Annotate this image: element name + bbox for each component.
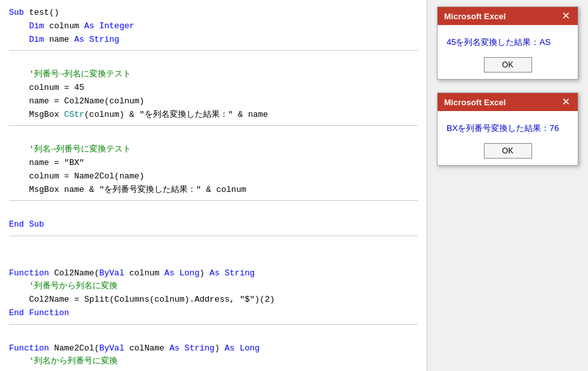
dialog-2: Microsoft Excel ✕ BXを列番号変換した結果：76 OK <box>437 92 578 166</box>
code-editor-panel: Sub test() Dim colnum As Integer Dim nam… <box>0 0 427 371</box>
dialog-1-titlebar: Microsoft Excel ✕ <box>438 7 578 25</box>
dialog-1-close-button[interactable]: ✕ <box>560 11 571 21</box>
dialog-1-ok-button[interactable]: OK <box>484 57 532 73</box>
dialog-2-body: BXを列番号変換した結果：76 OK <box>438 111 578 165</box>
dialogs-panel: Microsoft Excel ✕ 45を列名変換した結果：AS OK Micr… <box>427 0 588 371</box>
code-content: Sub test() Dim colnum As Integer Dim nam… <box>0 0 427 371</box>
dialog-2-title: Microsoft Excel <box>444 98 506 107</box>
dialog-1-body: 45を列名変換した結果：AS OK <box>438 25 578 79</box>
dialog-1-title: Microsoft Excel <box>444 12 506 21</box>
dialog-2-message: BXを列番号変換した結果：76 <box>447 123 569 134</box>
dialog-1-message: 45を列名変換した結果：AS <box>447 37 569 48</box>
code-line: Sub <box>9 8 29 17</box>
dialog-2-close-button[interactable]: ✕ <box>560 97 571 107</box>
dialog-1: Microsoft Excel ✕ 45を列名変換した結果：AS OK <box>437 6 578 80</box>
dialog-2-titlebar: Microsoft Excel ✕ <box>438 93 578 111</box>
dialog-2-ok-button[interactable]: OK <box>484 143 532 159</box>
